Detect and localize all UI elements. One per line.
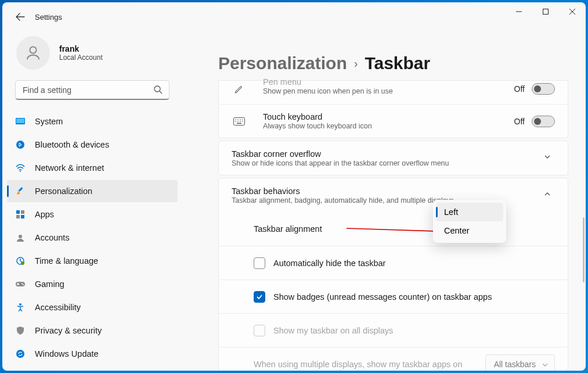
- behaviors-title: Taskbar behaviors: [232, 186, 543, 196]
- search-input[interactable]: [15, 80, 169, 100]
- minimize-button[interactable]: [506, 2, 532, 21]
- settings-window: Settings frank Local Account: [2, 2, 586, 371]
- taskbar-corner-icons-card: Pen menu Show pen menu icon when pen is …: [218, 80, 568, 138]
- svg-rect-31: [237, 123, 241, 124]
- svg-line-4: [160, 91, 162, 94]
- close-button[interactable]: [559, 2, 586, 21]
- svg-point-3: [154, 86, 160, 92]
- nav-item-accessibility[interactable]: Accessibility: [7, 296, 178, 318]
- dropdown-option-center[interactable]: Center: [436, 221, 503, 240]
- nav-label: System: [35, 117, 63, 126]
- multidisplay-row: When using multiple displays, show my ta…: [219, 347, 568, 371]
- sidebar: frank Local Account SystemBluetooth & de…: [2, 31, 182, 371]
- svg-point-16: [21, 261, 24, 265]
- minimize-icon: [516, 9, 522, 15]
- svg-point-18: [21, 283, 23, 284]
- multidisplay-select: All taskbars: [485, 354, 555, 371]
- svg-rect-1: [543, 9, 549, 15]
- chevron-right-icon: ›: [354, 57, 358, 70]
- system-icon: [15, 116, 26, 127]
- taskbar-behaviors-card: Taskbar behaviors Taskbar alignment, bad…: [218, 178, 568, 371]
- dropdown-option-left[interactable]: Left: [436, 203, 503, 221]
- alldisplays-checkbox: [254, 325, 265, 336]
- svg-point-2: [30, 46, 36, 53]
- search-field[interactable]: [15, 80, 169, 100]
- svg-rect-10: [16, 210, 20, 214]
- scrollbar-thumb[interactable]: [583, 217, 585, 282]
- back-button[interactable]: [13, 9, 28, 24]
- nav-label: Privacy & security: [35, 326, 102, 335]
- maximize-button[interactable]: [532, 2, 559, 21]
- autohide-row[interactable]: Automatically hide the taskbar: [219, 246, 568, 279]
- svg-point-7: [16, 141, 24, 149]
- nav-item-bluetooth[interactable]: Bluetooth & devices: [7, 134, 178, 156]
- pen-title: Pen menu: [263, 77, 514, 87]
- time-icon: [15, 256, 26, 266]
- nav-item-network[interactable]: Network & internet: [7, 157, 178, 179]
- personalization-icon: [15, 186, 26, 196]
- check-icon: [256, 293, 263, 300]
- overflow-sub: Show or hide icons that appear in the ta…: [232, 159, 543, 167]
- search-icon: [153, 85, 163, 96]
- bluetooth-icon: [15, 139, 26, 150]
- autohide-checkbox[interactable]: [254, 257, 265, 269]
- svg-rect-12: [16, 215, 20, 218]
- autohide-label: Automatically hide the taskbar: [273, 259, 385, 268]
- taskbar-overflow-card[interactable]: Taskbar corner overflow Show or hide ico…: [218, 141, 568, 175]
- svg-point-8: [20, 171, 21, 172]
- nav-label: Network & internet: [35, 163, 104, 173]
- touch-toggle-state: Off: [514, 117, 525, 126]
- nav-item-gaming[interactable]: Gaming: [7, 273, 178, 295]
- nav-item-accounts[interactable]: Accounts: [7, 227, 178, 249]
- svg-point-27: [235, 121, 236, 122]
- alignment-dropdown[interactable]: LeftCenter: [433, 200, 506, 243]
- pen-menu-row: Pen menu Show pen menu icon when pen is …: [219, 81, 568, 104]
- pen-icon: [232, 84, 247, 94]
- touch-toggle[interactable]: [532, 116, 555, 127]
- svg-rect-9: [19, 187, 23, 192]
- svg-rect-11: [21, 210, 24, 214]
- gaming-icon: [15, 279, 26, 289]
- keyboard-icon: [232, 117, 247, 125]
- chevron-down-icon: [543, 153, 555, 163]
- nav-label: Accessibility: [35, 303, 81, 312]
- nav-item-system[interactable]: System: [7, 110, 178, 132]
- avatar: [16, 36, 50, 70]
- nav-label: Bluetooth & devices: [35, 140, 109, 149]
- nav-item-time[interactable]: Time & language: [7, 250, 178, 272]
- network-icon: [15, 163, 26, 173]
- nav-label: Time & language: [35, 256, 98, 266]
- svg-point-20: [19, 303, 21, 306]
- breadcrumb-parent[interactable]: Personalization: [218, 53, 347, 73]
- user-account-row[interactable]: frank Local Account: [2, 36, 182, 80]
- pen-toggle[interactable]: [532, 83, 555, 95]
- nav-item-update[interactable]: Windows Update: [7, 343, 178, 365]
- badges-label: Show badges (unread messages counter) on…: [273, 292, 492, 302]
- chevron-up-icon: [543, 190, 555, 200]
- svg-point-28: [237, 121, 239, 122]
- svg-point-24: [237, 119, 239, 120]
- back-arrow-icon: [16, 12, 25, 21]
- svg-point-21: [16, 350, 24, 358]
- nav-label: Windows Update: [35, 349, 99, 358]
- apps-icon: [15, 209, 26, 220]
- svg-point-29: [240, 121, 241, 122]
- pen-sub: Show pen menu icon when pen is in use: [263, 87, 514, 95]
- alldisplays-row: Show my taskbar on all displays: [219, 313, 568, 347]
- badges-row[interactable]: Show badges (unread messages counter) on…: [219, 279, 568, 313]
- badges-checkbox[interactable]: [254, 291, 265, 303]
- nav-label: Personalization: [35, 186, 92, 196]
- chevron-down-icon: [542, 361, 549, 370]
- svg-point-30: [242, 121, 243, 122]
- alldisplays-label: Show my taskbar on all displays: [273, 326, 393, 335]
- nav-item-apps[interactable]: Apps: [7, 203, 178, 225]
- privacy-icon: [15, 325, 26, 336]
- behaviors-header[interactable]: Taskbar behaviors Taskbar alignment, bad…: [219, 178, 568, 212]
- user-name: frank: [59, 44, 103, 53]
- window-controls: [506, 2, 586, 21]
- nav-label: Apps: [35, 210, 54, 219]
- nav-item-personalization[interactable]: Personalization: [7, 180, 178, 202]
- svg-point-25: [240, 119, 241, 120]
- nav-item-privacy[interactable]: Privacy & security: [7, 320, 178, 342]
- multidisplay-label: When using multiple displays, show my ta…: [254, 360, 485, 369]
